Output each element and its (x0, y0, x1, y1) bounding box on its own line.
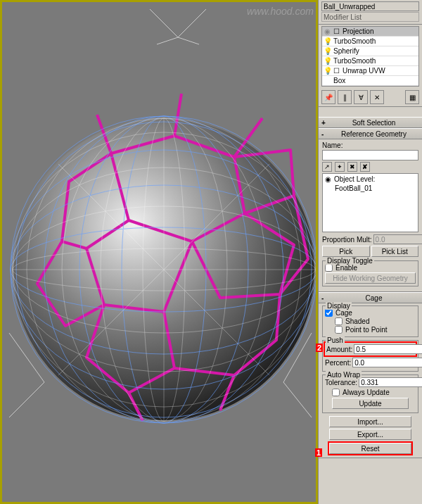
autowrap-group: Auto Wrap (326, 371, 362, 379)
make-unique-icon[interactable]: ∀ (354, 90, 368, 104)
percent-label: Percent: (325, 359, 351, 367)
modifier-stack[interactable]: ◉ ☐ Projection 💡 TurboSmooth 💡 Spherify … (321, 26, 419, 87)
configure-sets-icon[interactable]: ▦ (405, 90, 419, 104)
toggle-box-icon[interactable]: ☐ (333, 67, 340, 75)
stack-item-unwrap[interactable]: 💡 ☐ Unwrap UVW (322, 66, 418, 76)
proportion-label: Proportion Mult: (322, 236, 372, 244)
reference-list[interactable]: ◉ Object Level: FootBall_01 (322, 173, 418, 232)
hide-working-geometry-button: Hide Working Geometry (325, 272, 416, 284)
import-button[interactable]: Import... (329, 416, 411, 427)
list-item[interactable]: FootBall_01 (324, 184, 417, 193)
stack-item-spherify[interactable]: 💡 Spherify (322, 46, 418, 56)
star-icon[interactable]: ✦ (335, 162, 345, 172)
pick-list-button[interactable]: Pick List (371, 246, 419, 257)
name-field[interactable] (322, 150, 418, 160)
name-label: Name: (322, 141, 418, 149)
proportion-spinner[interactable]: ▲▼ (373, 234, 422, 244)
stack-item-turbosmooth2[interactable]: 💡 TurboSmooth (322, 56, 418, 66)
amount-spinner[interactable]: ▲▼ (354, 344, 422, 354)
point-to-point-checkbox[interactable]: Point to Point (325, 326, 416, 334)
display-group: Display (326, 302, 352, 310)
tolerance-spinner[interactable]: ▲▼ (359, 377, 422, 387)
remove-modifier-icon[interactable]: ✕ (370, 90, 384, 104)
callout-reset: 1 (315, 448, 322, 457)
show-end-result-icon[interactable]: ∥ (338, 90, 352, 104)
collapse-icon: - (321, 294, 328, 302)
modify-panel: Ball_Unwrapped Modifier List ◉ ☐ Project… (318, 0, 422, 504)
enable-checkbox[interactable]: Enable (325, 264, 416, 272)
display-toggle-group: Display Toggle (326, 257, 374, 265)
rollout-soft-selection[interactable]: + Soft Selection (319, 117, 422, 128)
cage-body: Display Cage Shaded Point to Point Push … (319, 303, 422, 458)
pin-stack-icon[interactable]: 📌 (321, 90, 335, 104)
update-button[interactable]: Update (332, 398, 409, 409)
expand-icon: + (321, 119, 328, 127)
toggle-box-icon[interactable]: ☐ (333, 27, 340, 35)
export-button[interactable]: Export... (329, 429, 411, 440)
pick-button[interactable]: Pick (322, 246, 370, 257)
stack-item-projection[interactable]: ◉ ☐ Projection (322, 27, 418, 37)
callout-amount: 2 (316, 344, 323, 352)
collapse-icon: - (321, 130, 328, 138)
sphere-icon: ◉ (325, 175, 331, 183)
modifier-list-dropdown[interactable]: Modifier List (321, 12, 419, 22)
stack-item-box[interactable]: Box (322, 76, 418, 86)
reference-geometry-body: Name: ↗ ✦ ✖ ✘ ◉ Object Level: FootBall_0… (319, 139, 422, 292)
viewport[interactable] (0, 0, 318, 504)
rollout-reference-geometry[interactable]: - Reference Geometry (319, 128, 422, 139)
object-level-header: ◉ Object Level: (324, 175, 417, 184)
lightbulb-icon[interactable]: ◉ (324, 27, 331, 35)
add-icon[interactable]: ↗ (322, 162, 332, 172)
delete-ref-icon[interactable]: ✘ (360, 162, 370, 172)
lightbulb-icon[interactable]: 💡 (324, 67, 331, 75)
stack-toolbar: 📌 ∥ ∀ ✕ ▦ (319, 88, 422, 107)
cage-checkbox[interactable]: Cage (325, 309, 416, 317)
amount-label: Amount: (326, 346, 352, 353)
lightbulb-icon[interactable]: 💡 (324, 57, 331, 65)
object-name-field[interactable]: Ball_Unwrapped (321, 1, 419, 11)
tolerance-label: Tolerance: (325, 379, 357, 386)
shaded-checkbox[interactable]: Shaded (325, 317, 416, 325)
reset-button[interactable]: Reset (329, 443, 411, 454)
stack-item-turbosmooth[interactable]: 💡 TurboSmooth (322, 37, 418, 46)
lightbulb-icon[interactable]: 💡 (324, 37, 331, 45)
always-update-checkbox[interactable]: Always Update (325, 389, 416, 396)
remove-small-icon[interactable]: ✖ (347, 162, 357, 172)
push-group: Push (326, 336, 345, 344)
lightbulb-icon[interactable]: 💡 (324, 47, 331, 55)
percent-spinner[interactable]: ▲▼ (352, 358, 422, 367)
